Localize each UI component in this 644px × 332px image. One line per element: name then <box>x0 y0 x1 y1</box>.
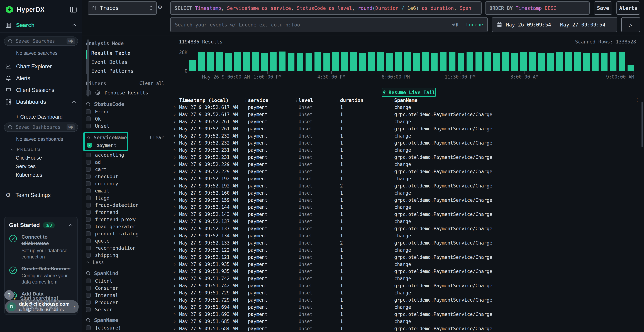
filter-checkbox[interactable] <box>86 307 91 312</box>
create-dashboard-button[interactable]: + Create Dashboard <box>0 112 82 121</box>
row-expand-chevron-icon[interactable]: › <box>173 304 179 310</box>
histogram-bar[interactable] <box>628 65 634 71</box>
column-header-level[interactable]: ⋮level <box>298 97 340 104</box>
filter-item[interactable]: Unset <box>86 122 164 130</box>
table-row[interactable]: ›May 27 9:09:52.261 AMpaymentUnset1charg… <box>171 118 644 125</box>
sql-editor[interactable]: SELECT Timestamp, ServiceName as service… <box>170 2 482 15</box>
histogram-bar[interactable] <box>502 52 509 71</box>
table-row[interactable]: ›May 27 9:09:51.742 AMpaymentUnset1grpc.… <box>171 282 644 289</box>
row-expand-chevron-icon[interactable]: › <box>173 326 179 332</box>
histogram-bar[interactable] <box>306 52 312 71</box>
table-row[interactable]: ›May 27 9:09:51.742 AMpaymentUnset1charg… <box>171 275 644 282</box>
filter-checkbox[interactable] <box>86 109 91 114</box>
row-expand-chevron-icon[interactable]: › <box>173 140 179 146</box>
histogram-bar[interactable] <box>395 52 402 71</box>
filter-checkbox[interactable] <box>86 167 91 172</box>
column-header-timestamp[interactable]: Timestamp (Local) <box>179 97 248 104</box>
histogram-bar[interactable] <box>538 53 545 71</box>
histogram-bar[interactable] <box>547 52 554 71</box>
histogram-bar[interactable] <box>449 52 456 71</box>
row-expand-chevron-icon[interactable]: › <box>173 176 179 182</box>
filter-checkbox[interactable] <box>86 278 91 283</box>
filter-panel-scrollbar[interactable] <box>87 39 89 96</box>
row-expand-chevron-icon[interactable]: › <box>173 233 179 238</box>
filter-checkbox[interactable] <box>86 152 91 158</box>
table-row[interactable]: ›May 27 9:09:52.133 AMpaymentUnset2grpc.… <box>171 239 644 246</box>
filter-checkbox[interactable] <box>86 181 91 186</box>
column-header-service[interactable]: ⋮service <box>248 97 298 104</box>
histogram-bar[interactable] <box>422 52 428 71</box>
histogram-bar[interactable] <box>207 52 214 71</box>
histogram-bar[interactable] <box>324 53 330 71</box>
resume-live-tail-button[interactable]: Resume Live Tail <box>382 88 436 97</box>
row-expand-chevron-icon[interactable]: › <box>173 147 179 153</box>
alerts-button[interactable]: Alerts <box>616 2 640 15</box>
row-expand-chevron-icon[interactable]: › <box>173 118 179 124</box>
filter-checkbox[interactable] <box>86 224 91 229</box>
table-row[interactable]: ›May 27 9:09:52.159 AMpaymentUnset1grpc.… <box>171 196 644 204</box>
sidebar-item-client-sessions[interactable]: Client Sessions <box>0 84 82 96</box>
histogram-bar[interactable] <box>610 52 616 71</box>
filter-checkbox[interactable] <box>86 253 91 258</box>
table-row[interactable]: ›May 27 9:09:52.143 AMpaymentUnset1grpc.… <box>171 211 644 218</box>
table-row[interactable]: ›May 27 9:09:51.685 AMpaymentUnset1charg… <box>171 318 644 325</box>
filter-item[interactable]: ad <box>86 158 164 166</box>
row-expand-chevron-icon[interactable]: › <box>173 318 179 324</box>
histogram-bar[interactable] <box>618 52 626 71</box>
table-row[interactable]: ›May 27 9:09:51.935 AMpaymentUnset1charg… <box>171 261 644 268</box>
table-row[interactable]: ›May 27 9:09:51.729 AMpaymentUnset1grpc.… <box>171 296 644 304</box>
histogram-bar[interactable] <box>583 53 590 71</box>
histogram-bar[interactable] <box>574 52 581 71</box>
row-expand-chevron-icon[interactable]: › <box>173 261 179 267</box>
filter-checkbox[interactable] <box>86 238 91 243</box>
table-row[interactable]: ›May 27 9:09:52.231 AMpaymentUnset1charg… <box>171 146 644 154</box>
row-expand-chevron-icon[interactable]: › <box>173 240 179 246</box>
histogram-bar[interactable] <box>458 53 464 71</box>
table-row[interactable]: ›May 27 9:09:52.192 AMpaymentUnset2grpc.… <box>171 182 644 190</box>
filter-item[interactable]: Producer <box>86 299 164 306</box>
table-row[interactable]: ›May 27 9:09:52.192 AMpaymentUnset1charg… <box>171 175 644 182</box>
sidebar-item-preset-kubernetes[interactable]: Kubernetes <box>0 171 82 179</box>
table-row[interactable]: ›May 27 9:09:52.617 AMpaymentUnset1charg… <box>171 104 644 111</box>
histogram-bar[interactable] <box>565 52 572 71</box>
table-row[interactable]: ›May 27 9:09:52.232 AMpaymentUnset1charg… <box>171 132 644 140</box>
histogram-plot[interactable] <box>189 52 636 71</box>
table-row[interactable]: ›May 27 9:09:52.229 AMpaymentUnset1charg… <box>171 161 644 168</box>
histogram-bar[interactable] <box>359 53 366 71</box>
table-row[interactable]: ›May 27 9:09:52.134 AMpaymentUnset1charg… <box>171 232 644 239</box>
clear-link[interactable]: Clear <box>150 135 164 140</box>
column-options-icon[interactable]: ⋮ <box>635 97 640 103</box>
show-less-toggle[interactable]: Less <box>86 259 164 266</box>
histogram-bar[interactable] <box>296 52 304 71</box>
filter-item[interactable]: quote <box>86 237 164 244</box>
table-row[interactable]: ›May 27 9:09:51.935 AMpaymentUnset1grpc.… <box>171 268 644 275</box>
clear-all-link[interactable]: Clear all <box>139 81 164 86</box>
filter-checkbox[interactable] <box>86 174 91 179</box>
filter-item[interactable]: Ok <box>86 115 164 122</box>
row-expand-chevron-icon[interactable]: › <box>173 204 179 210</box>
filter-checkbox[interactable] <box>86 246 91 250</box>
histogram-bar[interactable] <box>484 52 491 71</box>
row-expand-chevron-icon[interactable]: › <box>173 126 179 132</box>
histogram-bar[interactable] <box>476 52 482 71</box>
filter-item[interactable]: frontend <box>86 208 164 216</box>
histogram-bar[interactable] <box>377 52 384 71</box>
table-row[interactable]: ›May 27 9:09:52.229 AMpaymentUnset1grpc.… <box>171 168 644 175</box>
filter-item[interactable]: checkout <box>86 173 164 180</box>
row-expand-chevron-icon[interactable]: › <box>173 190 179 196</box>
table-row[interactable]: ›May 27 9:09:52.121 AMpaymentUnset1grpc.… <box>171 254 644 261</box>
row-expand-chevron-icon[interactable]: › <box>173 268 179 274</box>
filter-item[interactable]: Server <box>86 306 164 313</box>
filter-checkbox[interactable] <box>86 188 91 193</box>
help-button[interactable]: ? <box>4 290 14 300</box>
column-header-duration[interactable]: ⋮duration <box>340 97 394 104</box>
sidebar-item-dashboards[interactable]: Dashboards <box>0 96 82 108</box>
get-started-step[interactable]: Connect to ClickHouseSet up your databas… <box>9 234 73 260</box>
row-expand-chevron-icon[interactable]: › <box>173 133 179 139</box>
filter-checkbox[interactable] <box>86 231 91 236</box>
table-row[interactable]: ›May 27 9:09:52.137 AMpaymentUnset1charg… <box>171 218 644 225</box>
histogram-bar[interactable] <box>243 52 250 71</box>
sidebar-item-preset-services[interactable]: Services <box>0 162 82 171</box>
table-row[interactable]: ›May 27 9:09:51.684 AMpaymentUnset1grpc.… <box>171 325 644 332</box>
histogram-bar[interactable] <box>332 52 339 71</box>
